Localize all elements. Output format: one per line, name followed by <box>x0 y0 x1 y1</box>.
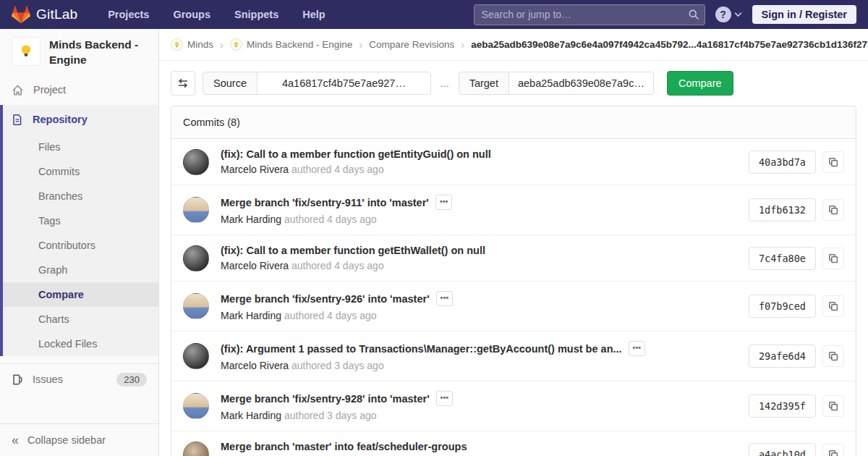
copy-sha-button[interactable] <box>822 151 844 173</box>
breadcrumb-section[interactable]: Compare Revisions <box>369 39 454 50</box>
commit-description-expander[interactable]: ••• <box>436 291 454 306</box>
compare-revisions-form: Source 4a16817cf4b75e7ae927… ... Target … <box>159 61 868 106</box>
commit-author-link[interactable]: Mark Harding <box>221 410 281 421</box>
commit-title-link[interactable]: (fix): Argument 1 passed to Transactions… <box>221 343 622 355</box>
search-icon <box>688 9 699 20</box>
commit-title-link[interactable]: (fix): Call to a member function getEnti… <box>221 148 491 160</box>
sidebar-item-files[interactable]: Files <box>3 135 158 159</box>
collapse-sidebar-label: Collapse sidebar <box>27 434 106 446</box>
help-icon: ? <box>715 7 731 22</box>
commit-author-link[interactable]: Marcelo Rivera <box>221 360 289 371</box>
sidebar-item-branches[interactable]: Branches <box>3 184 158 208</box>
copy-sha-button[interactable] <box>822 345 844 367</box>
sidebar-item-compare[interactable]: Compare <box>3 282 158 307</box>
commit-meta: Mark Harding authored 4 days ago <box>221 214 737 225</box>
top-navbar: GitLab ProjectsGroupsSnippetsHelp ? Sign… <box>0 0 868 29</box>
sidebar-project-title: Minds Backend - Engine <box>49 37 147 68</box>
author-avatar[interactable] <box>183 393 209 419</box>
sidebar-item-locked-files[interactable]: Locked Files <box>3 332 158 356</box>
author-avatar[interactable] <box>183 245 209 271</box>
commit-title: (fix): Call to a member function getEnti… <box>221 148 737 160</box>
issues-icon <box>12 373 23 386</box>
commit-sha-link[interactable]: 7c4fa80e <box>749 247 816 270</box>
lightbulb-icon <box>233 41 239 48</box>
gitlab-brand[interactable]: GitLab <box>12 6 77 23</box>
lightbulb-icon <box>174 41 180 48</box>
commit-description-expander[interactable]: ••• <box>435 195 453 210</box>
sidebar-item-project[interactable]: Project <box>0 75 158 105</box>
sign-in-register-button[interactable]: Sign in / Register <box>752 5 856 24</box>
copy-sha-button[interactable] <box>822 395 844 417</box>
copy-icon <box>827 449 839 456</box>
target-revision-dropdown[interactable]: aeba25adb639e08e7a9c… <box>509 72 654 95</box>
commit-row: Merge branch 'fix/sentry-926' into 'mast… <box>171 282 856 332</box>
search-wrap <box>474 4 705 25</box>
compare-button[interactable]: Compare <box>667 71 733 96</box>
commit-sha-link[interactable]: 40a3bd7a <box>749 151 816 174</box>
sidebar-footer: « Collapse sidebar <box>0 423 158 456</box>
commit-title-link[interactable]: Merge branch 'fix/sentry-928' into 'mast… <box>221 393 430 405</box>
swap-revisions-button[interactable] <box>171 71 195 96</box>
nav-link-groups[interactable]: Groups <box>173 9 210 20</box>
sidebar-item-label: Project <box>33 84 66 96</box>
project-avatar <box>12 37 41 66</box>
help-menu[interactable]: ? <box>715 7 742 22</box>
copy-icon <box>827 156 839 168</box>
sidebar-item-graph[interactable]: Graph <box>3 258 158 282</box>
author-avatar[interactable] <box>183 293 209 319</box>
sidebar-item-repository[interactable]: Repository <box>3 105 158 135</box>
commit-title-link[interactable]: Merge branch 'master' into feat/schedule… <box>221 441 467 452</box>
nav-link-projects[interactable]: Projects <box>108 9 149 20</box>
author-avatar[interactable] <box>183 442 209 456</box>
sidebar-item-tags[interactable]: Tags <box>3 208 158 233</box>
nav-link-snippets[interactable]: Snippets <box>234 9 278 20</box>
breadcrumb: Minds › Minds Backend - Engine › Compare… <box>159 29 868 61</box>
commit-title-link[interactable]: Merge branch 'fix/sentry-911' into 'mast… <box>221 197 429 208</box>
commit-description-expander[interactable]: ••• <box>436 391 454 406</box>
commit-actions: a4acb10d <box>749 443 844 456</box>
sidebar-item-label: Issues <box>33 373 63 385</box>
copy-icon <box>827 400 839 412</box>
commit-author-link[interactable]: Marcelo Rivera <box>221 164 289 175</box>
breadcrumb-project[interactable]: Minds Backend - Engine <box>230 38 352 51</box>
author-avatar[interactable] <box>183 149 209 175</box>
chevron-down-icon <box>734 12 742 17</box>
sidebar-item-issues[interactable]: Issues 230 <box>0 363 158 395</box>
author-avatar[interactable] <box>183 197 209 223</box>
commits-heading: Commits (8) <box>171 106 856 139</box>
breadcrumb-group[interactable]: Minds <box>171 38 213 51</box>
sidebar-section-repository: Repository FilesCommitsBranchesTagsContr… <box>0 105 158 356</box>
copy-sha-button[interactable] <box>822 444 844 456</box>
copy-sha-button[interactable] <box>822 248 844 269</box>
search-input[interactable] <box>474 4 705 25</box>
copy-icon <box>827 204 839 216</box>
commit-sha-link[interactable]: 142d395f <box>749 394 816 418</box>
sidebar-item-contributors[interactable]: Contributors <box>3 233 158 258</box>
commit-sha-link[interactable]: 1dfb6132 <box>749 198 816 221</box>
commit-author-link[interactable]: Mark Harding <box>221 310 281 321</box>
commit-row: (fix): Call to a member function getEnti… <box>171 139 856 185</box>
sidebar-item-charts[interactable]: Charts <box>3 307 158 332</box>
sidebar-item-commits[interactable]: Commits <box>3 159 158 184</box>
commit-title-link[interactable]: (fix): Call to a member function getEthW… <box>221 245 485 256</box>
commit-author-link[interactable]: Marcelo Rivera <box>221 260 289 271</box>
copy-sha-button[interactable] <box>822 199 844 221</box>
commit-description-expander[interactable]: ••• <box>629 341 646 356</box>
commit-sha-link[interactable]: f07b9ced <box>749 295 816 318</box>
commit-info: Merge branch 'fix/sentry-928' into 'mast… <box>221 391 737 421</box>
main-content: Minds › Minds Backend - Engine › Compare… <box>159 29 868 456</box>
commit-sha-link[interactable]: a4acb10d <box>749 443 816 456</box>
commit-info: Merge branch 'fix/sentry-911' into 'mast… <box>221 195 737 225</box>
project-context-header[interactable]: Minds Backend - Engine <box>0 29 158 75</box>
collapse-sidebar-button[interactable]: « Collapse sidebar <box>0 424 158 456</box>
source-revision-dropdown[interactable]: 4a16817cf4b75e7ae927… <box>258 72 431 95</box>
copy-sha-button[interactable] <box>822 295 844 317</box>
author-avatar[interactable] <box>183 343 209 369</box>
commit-authored-time: authored 4 days ago <box>284 310 377 321</box>
commit-title-link[interactable]: Merge branch 'fix/sentry-926' into 'mast… <box>221 293 430 305</box>
commit-author-link[interactable]: Mark Harding <box>221 214 281 225</box>
commit-sha-link[interactable]: 29afe6d4 <box>749 345 816 368</box>
commit-title: (fix): Call to a member function getEthW… <box>221 245 737 256</box>
nav-link-help[interactable]: Help <box>302 9 325 20</box>
commit-title: Merge branch 'fix/sentry-926' into 'mast… <box>221 291 737 306</box>
